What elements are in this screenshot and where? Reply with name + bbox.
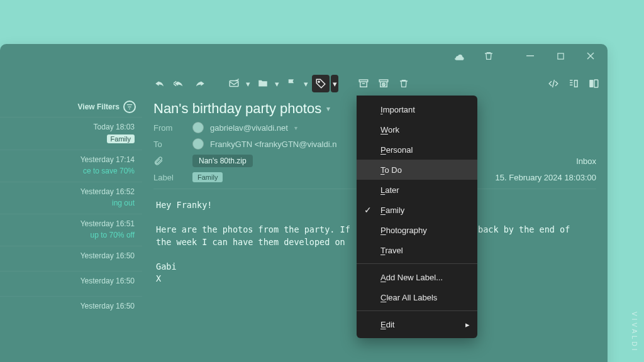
filter-icon xyxy=(123,101,136,113)
svg-point-3 xyxy=(318,81,319,82)
mail-toolbar: ▾ ▾ ▾ ▾ xyxy=(151,73,602,94)
message-time: Today 18:03 xyxy=(5,123,135,131)
minimize-button[interactable] xyxy=(517,47,543,65)
label-menu-item[interactable]: Photography xyxy=(357,220,477,240)
message-time: Yesterday 16:50 xyxy=(5,302,135,310)
view-filters-label: View Filters xyxy=(78,102,119,111)
message-list-item[interactable]: Today 18:03Family xyxy=(0,117,142,150)
brand-watermark: VIVALDI xyxy=(631,312,638,353)
message-date: 15. February 2024 18:03:00 xyxy=(496,173,596,182)
svg-rect-2 xyxy=(230,81,238,87)
chevron-down-icon[interactable]: ▾ xyxy=(294,124,297,131)
message-time: Yesterday 16:52 xyxy=(5,187,135,196)
message-list-item[interactable]: Yesterday 16:51up to 70% off xyxy=(0,214,142,246)
attachment-icon xyxy=(153,156,186,166)
spam-button[interactable] xyxy=(375,75,392,92)
message-time: Yesterday 16:51 xyxy=(5,219,135,228)
svg-rect-8 xyxy=(594,80,598,87)
label-menu-item[interactable]: Add New Label... xyxy=(357,267,477,287)
avatar xyxy=(192,122,204,133)
label-menu-item[interactable]: Important xyxy=(357,99,477,119)
label-dropdown-icon[interactable]: ▾ xyxy=(331,75,338,92)
archive-button[interactable] xyxy=(355,75,372,92)
label-menu-item[interactable]: To Do xyxy=(357,160,477,180)
label-menu-item[interactable]: Personal xyxy=(357,140,477,160)
layout-button[interactable] xyxy=(585,75,602,92)
chevron-down-icon[interactable]: ▾ xyxy=(326,104,330,113)
label-menu-item[interactable]: Clear All Labels xyxy=(357,287,477,307)
message-list: View Filters Today 18:03FamilyYesterday … xyxy=(0,97,142,362)
label-chip[interactable]: Family xyxy=(192,172,223,182)
mark-read-dropdown-icon[interactable]: ▾ xyxy=(244,75,252,92)
move-to-button[interactable] xyxy=(254,75,272,92)
message-list-item[interactable]: Yesterday 16:50 xyxy=(0,271,142,296)
reply-all-button[interactable] xyxy=(171,75,189,92)
view-source-button[interactable] xyxy=(545,75,562,92)
thread-view-button[interactable] xyxy=(565,75,582,92)
avatar xyxy=(192,138,204,150)
label-menu: ImportantWorkPersonalTo DoLater✓FamilyPh… xyxy=(357,96,477,338)
sync-icon[interactable] xyxy=(445,47,472,65)
submenu-arrow-icon: ▸ xyxy=(465,320,470,329)
view-filters-button[interactable]: View Filters xyxy=(0,97,142,117)
message-snippet: up to 70% off xyxy=(5,231,135,239)
delete-button[interactable] xyxy=(395,75,413,92)
flag-button[interactable] xyxy=(283,75,301,92)
svg-rect-4 xyxy=(359,80,368,82)
label-menu-item[interactable]: ✓Family xyxy=(357,200,477,220)
label-menu-item[interactable]: Edit▸ xyxy=(357,314,477,334)
svg-rect-1 xyxy=(557,53,563,58)
message-list-item[interactable]: Yesterday 17:14ce to save 70% xyxy=(0,150,142,182)
message-snippet: ing out xyxy=(5,199,135,207)
label-label: Label xyxy=(153,173,186,182)
svg-rect-7 xyxy=(589,80,593,87)
message-time: Yesterday 16:50 xyxy=(5,277,135,285)
message-list-item[interactable]: Yesterday 16:50 xyxy=(0,296,142,321)
label-button[interactable] xyxy=(312,75,330,92)
to-value: FrankyGTN <frankyGTN@vivaldi.n xyxy=(210,140,336,149)
mark-read-button[interactable] xyxy=(225,75,243,92)
trash-titlebar-icon[interactable] xyxy=(475,47,502,65)
message-time: Yesterday 16:50 xyxy=(5,251,135,260)
titlebar xyxy=(438,44,608,68)
svg-rect-5 xyxy=(379,80,388,82)
move-to-dropdown-icon[interactable]: ▾ xyxy=(273,75,280,92)
svg-rect-0 xyxy=(526,55,534,57)
label-menu-item[interactable]: Later xyxy=(357,180,477,200)
from-value: gabrielav@vivaldi.net xyxy=(210,123,288,133)
from-label: From xyxy=(153,123,186,133)
forward-button[interactable] xyxy=(191,75,209,92)
folder-name: Inbox xyxy=(576,156,596,166)
message-list-item[interactable]: Yesterday 16:52ing out xyxy=(0,182,142,214)
message-list-item[interactable]: Yesterday 16:50 xyxy=(0,246,142,271)
mail-window: ▾ ▾ ▾ ▾ View Filters xyxy=(0,44,608,362)
message-tag: Family xyxy=(107,134,135,143)
reply-button[interactable] xyxy=(151,75,169,92)
flag-dropdown-icon[interactable]: ▾ xyxy=(302,75,309,92)
label-menu-item[interactable]: Work xyxy=(357,119,477,140)
attachment-chip[interactable]: Nan's 80th.zip xyxy=(192,155,253,167)
to-label: To xyxy=(153,140,186,149)
label-menu-item[interactable]: Travel xyxy=(357,240,477,260)
message-snippet: ce to save 70% xyxy=(5,167,135,175)
message-time: Yesterday 17:14 xyxy=(5,155,135,164)
close-button[interactable] xyxy=(577,47,604,65)
maximize-button[interactable] xyxy=(547,47,574,65)
check-icon: ✓ xyxy=(364,205,372,215)
